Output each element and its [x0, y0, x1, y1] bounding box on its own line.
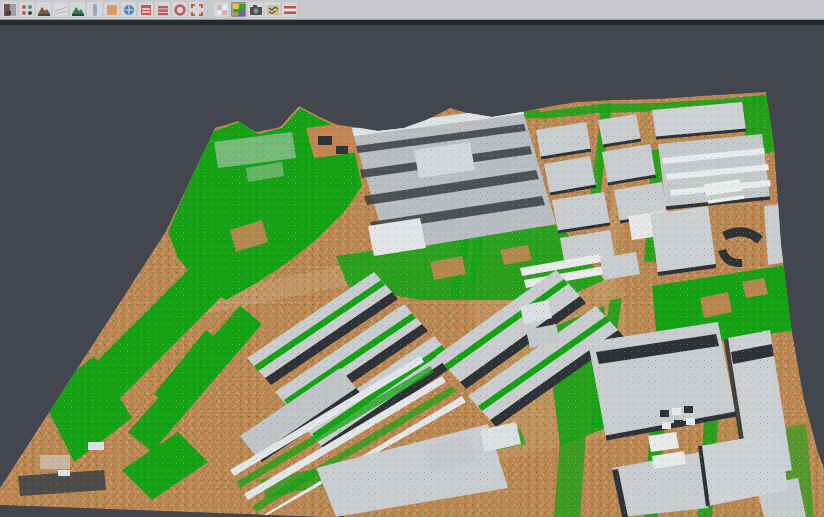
red-extent-icon[interactable]: [189, 2, 204, 17]
map-notes-icon[interactable]: [265, 2, 280, 17]
red-table-icon[interactable]: [138, 2, 153, 17]
image-layer-icon[interactable]: [2, 2, 17, 17]
point-cloud-scene: [0, 25, 824, 517]
camera-icon[interactable]: [248, 2, 263, 17]
flag-stripes-icon[interactable]: [282, 2, 297, 17]
toolbar: [0, 0, 824, 20]
classification-map-icon[interactable]: [231, 2, 246, 17]
red-ring-icon[interactable]: [172, 2, 187, 17]
toolbar-separator: [205, 2, 213, 17]
column-icon[interactable]: [87, 2, 102, 17]
globe-icon[interactable]: [121, 2, 136, 17]
point-noise-overlay: [0, 80, 824, 517]
checker-icon[interactable]: [214, 2, 229, 17]
mesh-light-icon[interactable]: [53, 2, 68, 17]
viewport-3d[interactable]: [0, 25, 824, 517]
terrain-green-icon[interactable]: [70, 2, 85, 17]
red-rows-icon[interactable]: [155, 2, 170, 17]
application-window: { "app": { "kind": "3d-point-cloud-viewe…: [0, 0, 824, 517]
terrain-brown-icon[interactable]: [36, 2, 51, 17]
classified-points-icon[interactable]: [19, 2, 34, 17]
ortho-tile-icon[interactable]: [104, 2, 119, 17]
